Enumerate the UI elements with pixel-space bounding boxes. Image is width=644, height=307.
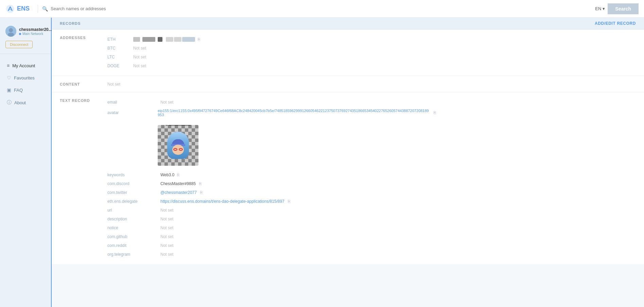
ens-logo-icon xyxy=(5,4,15,14)
description-value: Not set xyxy=(160,217,173,221)
logo[interactable]: ENS xyxy=(5,4,30,14)
sidebar-item-my-account[interactable]: ≡ My Account xyxy=(0,59,51,72)
sidebar-item-label: FAQ xyxy=(14,88,23,93)
field-label-ltc: LTC xyxy=(107,55,128,59)
table-row: com.reddit Not set xyxy=(107,241,636,250)
sidebar-item-about[interactable]: ⓘ About xyxy=(0,96,51,109)
field-label-email: email xyxy=(107,100,155,105)
main-content: RECORDS ADD/EDIT RECORD ADDRESSES ETH xyxy=(52,18,644,307)
table-row: com.github Not set xyxy=(107,232,636,241)
field-label-discord: com.discord xyxy=(107,181,155,186)
ltc-value: Not set xyxy=(133,55,146,59)
records-header: RECORDS ADD/EDIT RECORD xyxy=(52,18,644,30)
username-label: chessmaster20... xyxy=(19,27,52,32)
sidebar-item-label: About xyxy=(14,100,26,105)
user-info: chessmaster20... Main Network xyxy=(19,27,52,36)
eth-address: ⎘ xyxy=(133,37,200,42)
table-row: email Not set xyxy=(107,98,636,107)
table-row: DOGE Not set xyxy=(107,61,636,70)
copy-icon[interactable]: ⎘ xyxy=(288,199,290,204)
field-label-twitter: com.twitter xyxy=(107,190,155,195)
table-row: keywords Web3.0 ⎘ xyxy=(107,170,636,179)
field-label-avatar: avatar xyxy=(107,110,155,115)
sidebar: chessmaster20... Main Network Disconnect… xyxy=(0,18,52,307)
heart-icon: ♡ xyxy=(7,75,11,80)
field-label-github: com.github xyxy=(107,234,155,239)
table-row: url Not set xyxy=(107,206,636,215)
avatar-value[interactable]: eip155:1/erc1155:0x495f947276749Ce646f68… xyxy=(158,109,430,117)
network-dot xyxy=(19,33,21,35)
avatar-image-container: ⬤ ChessMaster2077 xyxy=(158,125,198,166)
sidebar-item-label: My Account xyxy=(12,63,35,68)
text-record-section: TEXT RECORD email Not set avatar eip155:… xyxy=(52,92,644,264)
content-section: CONTENT Not set xyxy=(52,76,644,92)
copy-icon[interactable]: ⎘ xyxy=(200,190,203,195)
reddit-value: Not set xyxy=(160,243,173,248)
field-label-description: description xyxy=(107,217,155,221)
copy-icon[interactable]: ⎘ xyxy=(198,37,200,42)
content-value-area: Not set xyxy=(107,82,636,87)
search-icon: 🔍 xyxy=(42,6,48,12)
content-value: Not set xyxy=(107,82,120,87)
copy-icon[interactable]: ⎘ xyxy=(434,110,436,115)
chess-master-label: ⬤ ChessMaster2077 xyxy=(166,125,191,126)
addresses-content: ETH ⎘ xyxy=(107,35,636,70)
field-label-reddit: com.reddit xyxy=(107,243,155,248)
sidebar-item-faq[interactable]: ▣ FAQ xyxy=(0,84,51,96)
sidebar-item-favourites[interactable]: ♡ Favourites xyxy=(0,72,51,84)
list-icon: ≡ xyxy=(7,63,10,68)
table-row: description Not set xyxy=(107,215,636,223)
field-label-url: url xyxy=(107,208,155,213)
btc-value: Not set xyxy=(133,46,146,51)
chevron-down-icon: ▾ xyxy=(603,6,605,11)
email-value: Not set xyxy=(160,100,173,105)
faq-icon: ▣ xyxy=(7,87,11,93)
addresses-label: ADDRESSES xyxy=(60,35,107,40)
search-bar[interactable]: 🔍 xyxy=(42,6,595,12)
discord-value: ChessMaster#9885 xyxy=(160,181,196,186)
avatar xyxy=(5,26,16,37)
sidebar-nav: ≡ My Account ♡ Favourites ▣ FAQ ⓘ About xyxy=(0,54,51,114)
table-row: BTC Not set xyxy=(107,44,636,53)
language-label: EN xyxy=(595,6,601,11)
records-container: RECORDS ADD/EDIT RECORD ADDRESSES ETH xyxy=(52,18,644,264)
field-label-delegate: eth.ens.delegate xyxy=(107,199,155,204)
header-right: EN ▾ Search xyxy=(595,3,639,14)
search-input[interactable] xyxy=(51,6,139,11)
svg-point-2 xyxy=(9,28,13,32)
text-record-content: email Not set avatar eip155:1/erc1155:0x… xyxy=(107,98,636,259)
url-value: Not set xyxy=(160,208,173,213)
svg-point-0 xyxy=(6,5,14,13)
twitter-value[interactable]: @chessmaster2077 xyxy=(160,190,197,195)
sidebar-item-label: Favourites xyxy=(14,75,35,80)
field-label-btc: BTC xyxy=(107,46,128,51)
network-label: Main Network xyxy=(19,32,52,36)
language-selector[interactable]: EN ▾ xyxy=(595,6,605,11)
search-button[interactable]: Search xyxy=(608,3,639,14)
records-title: RECORDS xyxy=(60,21,81,25)
table-row: LTC Not set xyxy=(107,53,636,61)
field-label-keywords: keywords xyxy=(107,173,155,177)
field-label-doge: DOGE xyxy=(107,64,128,68)
field-label-notice: notice xyxy=(107,225,155,230)
header-divider xyxy=(38,5,38,13)
table-row: com.discord ChessMaster#9885 ⎘ xyxy=(107,179,636,188)
addresses-section: ADDRESSES ETH xyxy=(52,30,644,76)
table-row: eth.ens.delegate https://discuss.ens.dom… xyxy=(107,197,636,206)
field-label-telegram: org.telegram xyxy=(107,252,155,257)
field-label-eth: ETH xyxy=(107,37,128,42)
table-row: ETH ⎘ xyxy=(107,35,636,44)
doge-value: Not set xyxy=(133,64,146,68)
keywords-value: Web3.0 ⎘ xyxy=(160,173,179,177)
copy-icon[interactable]: ⎘ xyxy=(199,181,202,186)
logo-text: ENS xyxy=(17,5,30,12)
add-edit-record-button[interactable]: ADD/EDIT RECORD xyxy=(595,21,636,26)
content-label: CONTENT xyxy=(60,82,107,86)
disconnect-button[interactable]: Disconnect xyxy=(5,41,33,48)
copy-icon[interactable]: ⎘ xyxy=(177,173,179,177)
text-record-label: TEXT RECORD xyxy=(60,98,107,103)
app-header: ENS 🔍 EN ▾ Search xyxy=(0,0,644,18)
avatar-row: chessmaster20... Main Network xyxy=(5,26,52,37)
notice-value: Not set xyxy=(160,225,173,230)
delegate-value[interactable]: https://discuss.ens.domains/t/ens-dao-de… xyxy=(160,199,284,204)
